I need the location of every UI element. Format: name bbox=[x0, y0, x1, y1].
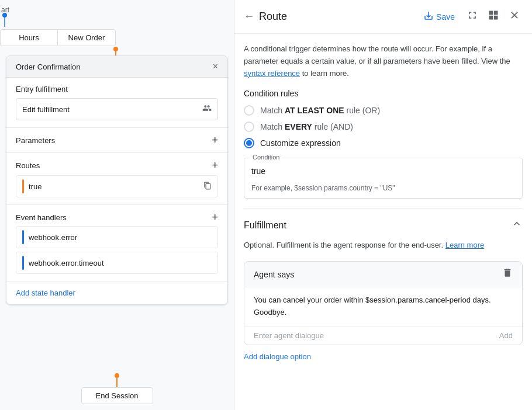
fulfillment-collapse-button[interactable] bbox=[511, 218, 523, 232]
end-session-node[interactable]: End Session bbox=[81, 387, 153, 404]
right-title: Route bbox=[259, 11, 414, 23]
add-agent-text-button[interactable]: Add bbox=[499, 331, 513, 340]
parameters-title: Parameters bbox=[16, 136, 55, 145]
parameters-add-button[interactable]: + bbox=[212, 135, 218, 145]
header-icons bbox=[464, 7, 523, 26]
order-confirmation-card: Order Confirmation × Entry fulfillment E… bbox=[6, 55, 228, 305]
condition-box: Condition For example, $session.params.c… bbox=[244, 158, 523, 199]
event-handlers-header[interactable]: Event handlers + bbox=[16, 212, 218, 223]
radio-label-or: Match AT LEAST ONE rule (OR) bbox=[260, 106, 380, 115]
route-indicator bbox=[22, 179, 24, 193]
hours-node[interactable]: Hours bbox=[0, 29, 57, 46]
radio-option-expr[interactable]: Customize expression bbox=[244, 138, 523, 148]
add-dialogue-option-button[interactable]: Add dialogue option bbox=[244, 352, 311, 361]
info-text-after: to learn more. bbox=[302, 69, 349, 78]
edit-fulfillment-row[interactable]: Edit fulfillment bbox=[16, 98, 218, 120]
routes-section: Routes + true bbox=[6, 153, 227, 205]
route-item[interactable]: true bbox=[16, 175, 218, 197]
entry-fulfillment-section: Entry fulfillment Edit fulfillment bbox=[6, 78, 227, 128]
flow-line-bottom bbox=[116, 378, 118, 387]
agent-message: You can cancel your order within $sessio… bbox=[244, 287, 522, 326]
fulfillment-title: Fulfillment bbox=[244, 220, 286, 231]
agent-dialogue-input[interactable] bbox=[254, 331, 495, 340]
close-card-button[interactable]: × bbox=[213, 62, 218, 71]
add-state-handler-button[interactable]: Add state handler bbox=[6, 282, 227, 304]
bottom-flow: End Session bbox=[0, 373, 234, 404]
parameters-section: Parameters + bbox=[6, 128, 227, 153]
fulfillment-section: Fulfillment Optional. Fulfillment is the… bbox=[244, 208, 523, 360]
right-content: A conditional trigger determines how the… bbox=[234, 34, 532, 410]
save-icon bbox=[423, 11, 434, 23]
handler-label-0: webhook.error bbox=[29, 233, 77, 242]
handler-label-1: webhook.error.timeout bbox=[29, 259, 104, 267]
route-copy-icon bbox=[203, 182, 212, 192]
radio-label-and: Match EVERY rule (AND) bbox=[260, 122, 353, 131]
parameters-header[interactable]: Parameters + bbox=[16, 135, 218, 145]
condition-hint: For example, $session.params.country = "… bbox=[244, 182, 522, 198]
svg-point-5 bbox=[113, 47, 118, 51]
expand-icon[interactable] bbox=[464, 7, 481, 26]
fulfillment-info-text: Optional. Fulfillment is the agent respo… bbox=[244, 241, 443, 249]
start-label: art bbox=[1, 6, 9, 14]
fulfillment-header: Fulfillment bbox=[244, 218, 523, 232]
event-handlers-add-button[interactable]: + bbox=[212, 212, 218, 223]
handler-item-1[interactable]: webhook.error.timeout bbox=[16, 252, 218, 274]
learn-more-link[interactable]: Learn more bbox=[445, 241, 484, 249]
agent-input-row: Add bbox=[244, 326, 522, 345]
left-panel: art Hours New Order Order Confirmation ×… bbox=[0, 0, 234, 410]
entry-fulfillment-title: Entry fulfillment bbox=[16, 85, 68, 93]
radio-circle-or bbox=[244, 105, 254, 116]
agent-says-label: Agent says bbox=[254, 270, 294, 279]
new-order-label: New Order bbox=[68, 33, 105, 42]
info-text-before: A conditional trigger determines how the… bbox=[244, 44, 510, 65]
event-handlers-title: Event handlers bbox=[16, 213, 67, 222]
radio-circle-expr bbox=[244, 138, 254, 148]
close-panel-icon[interactable] bbox=[506, 7, 523, 26]
grid-icon[interactable] bbox=[485, 7, 502, 26]
edit-fulfillment-label: Edit fulfillment bbox=[22, 105, 70, 114]
handler-indicator-0 bbox=[22, 230, 24, 244]
card-title: Order Confirmation bbox=[16, 62, 81, 71]
handler-indicator-1 bbox=[22, 256, 24, 270]
delete-agent-says-button[interactable] bbox=[502, 267, 513, 281]
right-header: ← Route Save bbox=[234, 0, 532, 34]
route-label: true bbox=[29, 182, 199, 191]
save-label: Save bbox=[436, 12, 455, 22]
agent-says-card: Agent says You can cancel your order wit… bbox=[244, 261, 523, 345]
hours-label: Hours bbox=[19, 33, 39, 42]
people-icon bbox=[202, 103, 212, 115]
routes-header[interactable]: Routes + bbox=[16, 160, 218, 171]
radio-group: Match AT LEAST ONE rule (OR) Match EVERY… bbox=[244, 105, 523, 148]
new-order-node[interactable]: New Order bbox=[57, 29, 116, 46]
info-text: A conditional trigger determines how the… bbox=[244, 43, 523, 79]
condition-rules-label: Condition rules bbox=[244, 89, 523, 98]
radio-inner-expr bbox=[246, 140, 252, 146]
routes-add-button[interactable]: + bbox=[212, 160, 218, 171]
right-panel: ← Route Save A conditional trigger deter… bbox=[234, 0, 532, 410]
routes-title: Routes bbox=[16, 161, 40, 170]
fulfillment-info: Optional. Fulfillment is the agent respo… bbox=[244, 239, 523, 252]
condition-input[interactable] bbox=[244, 158, 522, 182]
syntax-reference-link[interactable]: syntax reference bbox=[244, 69, 300, 78]
radio-circle-and bbox=[244, 121, 254, 132]
save-button[interactable]: Save bbox=[419, 8, 460, 25]
end-session-label: End Session bbox=[96, 391, 139, 400]
radio-option-or[interactable]: Match AT LEAST ONE rule (OR) bbox=[244, 105, 523, 116]
back-button[interactable]: ← bbox=[244, 11, 254, 23]
radio-label-expr: Customize expression bbox=[260, 138, 341, 148]
entry-fulfillment-header[interactable]: Entry fulfillment bbox=[16, 85, 218, 93]
radio-option-and[interactable]: Match EVERY rule (AND) bbox=[244, 121, 523, 132]
handler-item-0[interactable]: webhook.error bbox=[16, 226, 218, 248]
condition-legend: Condition bbox=[250, 154, 282, 161]
agent-says-header: Agent says bbox=[244, 262, 522, 287]
flow-dot-bottom bbox=[115, 373, 119, 378]
card-header: Order Confirmation × bbox=[6, 56, 227, 78]
event-handlers-section: Event handlers + webhook.error webhook.e… bbox=[6, 205, 227, 282]
